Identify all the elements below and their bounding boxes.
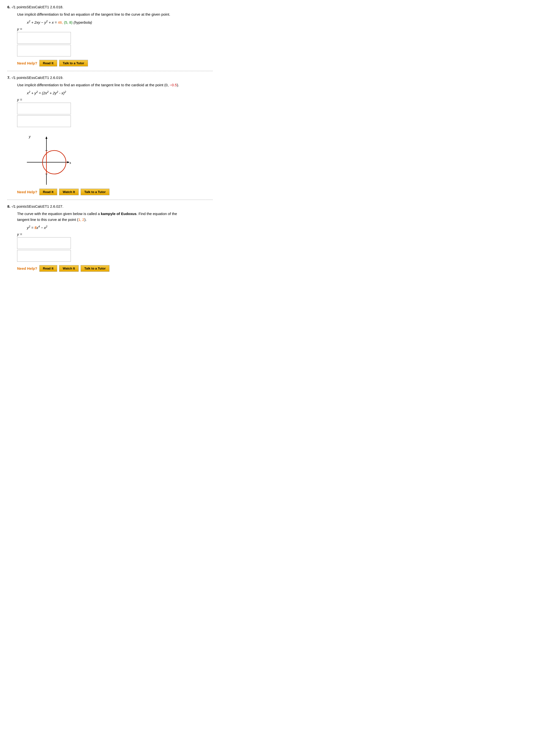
problem-7-read-it-button[interactable]: Read It <box>39 188 57 195</box>
problem-7-input-2[interactable] <box>17 115 71 127</box>
problem-8-need-help: Need Help? Read It Watch It Talk to a Tu… <box>17 265 213 272</box>
problem-7-number: 7. <box>7 76 11 80</box>
problem-6-talk-tutor-button[interactable]: Talk to a Tutor <box>59 60 88 66</box>
problem-7-y-equals: y = <box>17 98 213 102</box>
svg-marker-3 <box>45 136 47 139</box>
problem-8-number: 8. <box>7 204 11 208</box>
cardioid-graph: y x <box>22 131 71 185</box>
problem-8-input-2[interactable] <box>17 250 71 262</box>
problem-8-points: -/1 pointsSEssCalcET1 2.6.027. <box>12 204 63 208</box>
cardioid-svg: y x <box>22 131 71 185</box>
problem-7-talk-tutor-button[interactable]: Talk to a Tutor <box>81 188 109 195</box>
problem-8: 8. -/1 pointsSEssCalcET1 2.6.027. The cu… <box>7 204 213 272</box>
problem-7-watch-it-button[interactable]: Watch It <box>59 188 79 195</box>
problem-7-header: 7. -/1 pointsSEssCalcET1 2.6.019. <box>7 76 213 80</box>
problem-8-watch-it-button[interactable]: Watch It <box>59 265 79 272</box>
problem-7-input-1[interactable] <box>17 103 71 114</box>
problem-8-y-equals: y = <box>17 232 213 236</box>
problem-6-input-1[interactable] <box>17 32 71 44</box>
divider-1 <box>7 71 213 71</box>
problem-6: 6. -/1 pointsSEssCalcET1 2.6.018. Use im… <box>7 5 213 66</box>
problem-7-description: Use implicit differentiation to find an … <box>17 82 213 88</box>
problem-8-description: The curve with the equation given below … <box>17 211 213 223</box>
problem-6-points: -/1 pointsSEssCalcET1 2.6.018. <box>12 5 63 9</box>
problem-6-need-help: Need Help? Read It Talk to a Tutor <box>17 60 213 66</box>
problem-8-header: 8. -/1 pointsSEssCalcET1 2.6.027. <box>7 204 213 208</box>
problem-8-read-it-button[interactable]: Read It <box>39 265 57 272</box>
problem-8-talk-tutor-button[interactable]: Talk to a Tutor <box>81 265 109 272</box>
problem-7-equation: x2 + y2 = (2x2 + 2y2 - x)2 <box>27 91 213 95</box>
svg-marker-5 <box>67 161 69 163</box>
need-help-label-7: Need Help? <box>17 190 37 194</box>
problem-7: 7. -/1 pointsSEssCalcET1 2.6.019. Use im… <box>7 76 213 195</box>
need-help-label-8: Need Help? <box>17 266 37 271</box>
problem-8-equation: y2 = 5x4 − x2 <box>27 225 213 230</box>
need-help-label-6: Need Help? <box>17 61 37 65</box>
problem-6-description: Use implicit differentiation to find an … <box>17 12 213 17</box>
problem-7-points: -/1 pointsSEssCalcET1 2.6.019. <box>12 76 63 80</box>
problem-6-number: 6. <box>7 5 11 9</box>
problem-7-need-help: Need Help? Read It Watch It Talk to a Tu… <box>17 188 213 195</box>
problem-6-input-2[interactable] <box>17 45 71 56</box>
problem-6-read-it-button[interactable]: Read It <box>39 60 57 66</box>
svg-text:x: x <box>69 161 71 165</box>
problem-6-y-equals: y = <box>17 27 213 31</box>
problem-6-header: 6. -/1 pointsSEssCalcET1 2.6.018. <box>7 5 213 9</box>
problem-6-equation: x2 + 2xy − y2 + x = 46, (5, 8) (hyperbol… <box>27 20 213 24</box>
problem-8-input-1[interactable] <box>17 237 71 249</box>
divider-2 <box>7 200 213 200</box>
svg-text:y: y <box>28 135 31 139</box>
